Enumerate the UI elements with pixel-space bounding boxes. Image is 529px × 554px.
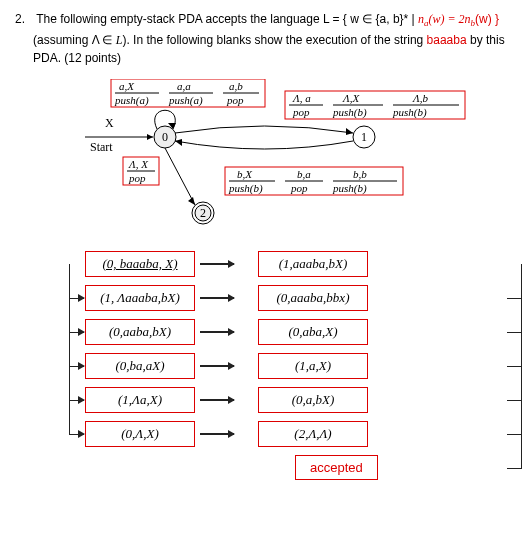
svg-text:b,b: b,b [353,168,367,180]
cfg-3r: (1,a,X) [258,353,368,379]
svg-text:push(a): push(a) [168,94,203,107]
cfg-2l: (0,aaba,bX) [85,319,195,345]
cfg-5r: (2,Λ,Λ) [258,421,368,447]
arrow-icon [200,399,234,401]
x-label: X [105,116,114,130]
svg-marker-5 [147,134,153,140]
trace-row-2: (0,aaba,bX) (0,aba,X) [65,315,514,349]
svg-text:pop: pop [292,106,310,118]
svg-text:a,a: a,a [177,80,191,92]
start-label: Start [90,140,113,154]
q-input: baaaba [427,33,467,47]
svg-text:Λ,b: Λ,b [412,92,428,104]
svg-text:Λ, X: Λ, X [128,158,149,170]
q-p6: PDA. (12 points) [33,51,121,65]
na-w: (w) = 2 [429,12,465,26]
svg-text:push(b): push(b) [392,106,427,119]
connector [69,264,84,299]
connector [69,298,84,333]
execution-trace: (0, baaaba, X) (1,aaaba,bX) (1, Λaaaba,b… [65,247,514,480]
svg-text:b,a: b,a [297,168,311,180]
svg-text:Λ,X: Λ,X [342,92,360,104]
state-2: 2 [200,206,206,220]
q-p2: (w) } [475,12,499,26]
accepted-label: accepted [295,455,378,480]
cfg-4r: (0,a,bX) [258,387,368,413]
arrow-icon [200,263,234,265]
na: na(w) = 2nb [418,12,475,26]
q-p1: The following empty-stack PDA accepts th… [36,12,418,26]
question-number: 2. [15,10,33,28]
svg-marker-17 [346,128,353,135]
pda-diagram: Start X 0 a,X push(a) a,a push(a) a,b po… [75,79,514,229]
cfg-1l: (1, Λaaaba,bX) [85,285,195,311]
cfg-1r: (0,aaaba,bbx) [258,285,368,311]
trace-row-5: (0,Λ,X) (2,Λ,Λ) [65,417,514,451]
svg-text:pop: pop [226,94,244,106]
state-1: 1 [361,130,367,144]
svg-line-38 [165,148,195,205]
svg-text:Λ, a: Λ, a [292,92,311,104]
connector [69,400,84,435]
cfg-0l: (0, baaaba, X) [85,251,195,277]
svg-text:b,X: b,X [237,168,253,180]
connector [69,332,84,367]
q-p4: ). In the following blanks show the exec… [122,33,426,47]
cfg-5l: (0,Λ,X) [85,421,195,447]
svg-text:a,X: a,X [119,80,135,92]
cfg-3l: (0,ba,aX) [85,353,195,379]
svg-text:push(b): push(b) [332,182,367,195]
trace-row-0: (0, baaaba, X) (1,aaaba,bX) [65,247,514,281]
trace-row-4: (1,Λa,X) (0,a,bX) [65,383,514,417]
pda-svg: Start X 0 a,X push(a) a,a push(a) a,b po… [75,79,475,229]
cfg-4l: (1,Λa,X) [85,387,195,413]
arrow-icon [200,365,234,367]
arrow-icon [200,433,234,435]
q-p3: (assuming Λ ∈ [33,33,116,47]
svg-text:push(b): push(b) [228,182,263,195]
svg-text:a,b: a,b [229,80,243,92]
trace-row-3: (0,ba,aX) (1,a,X) [65,349,514,383]
connector [69,366,84,401]
cfg-0r: (1,aaaba,bX) [258,251,368,277]
svg-text:push(b): push(b) [332,106,367,119]
question-text: 2. The following empty-stack PDA accepts… [15,10,514,67]
arrow-icon [200,297,234,299]
q-p5: by this [467,33,505,47]
cfg-2r: (0,aba,X) [258,319,368,345]
connector [507,434,522,469]
svg-text:pop: pop [128,172,146,184]
arrow-icon [200,331,234,333]
svg-text:pop: pop [290,182,308,194]
state-0: 0 [162,130,168,144]
trace-row-1: (1, Λaaaba,bX) (0,aaaba,bbx) [65,281,514,315]
svg-text:push(a): push(a) [114,94,149,107]
